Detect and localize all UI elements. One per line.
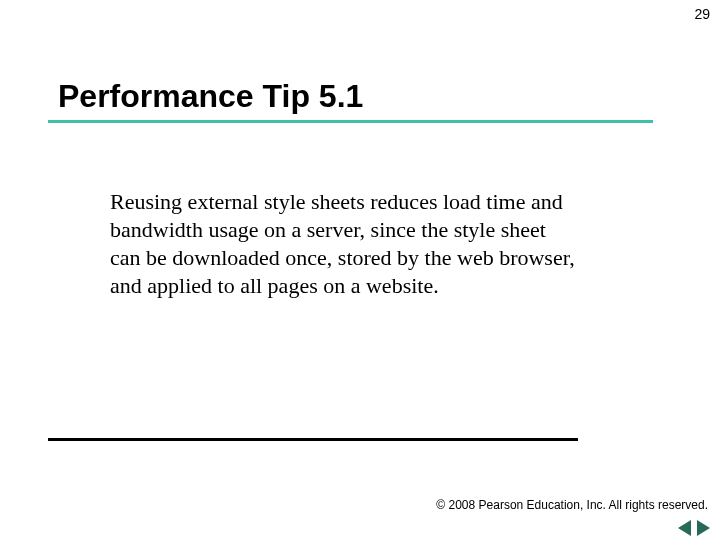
page-number: 29	[694, 6, 710, 22]
triangle-right-icon[interactable]	[697, 520, 710, 536]
copyright-text: © 2008 Pearson Education, Inc. All right…	[436, 498, 708, 512]
slide-title: Performance Tip 5.1	[58, 78, 363, 115]
triangle-left-icon[interactable]	[678, 520, 691, 536]
title-underline	[48, 120, 653, 123]
slide: 29 Performance Tip 5.1 Reusing external …	[0, 0, 720, 540]
nav-arrows	[678, 518, 710, 536]
bottom-divider	[48, 438, 578, 441]
body-text: Reusing external style sheets reduces lo…	[110, 188, 580, 301]
